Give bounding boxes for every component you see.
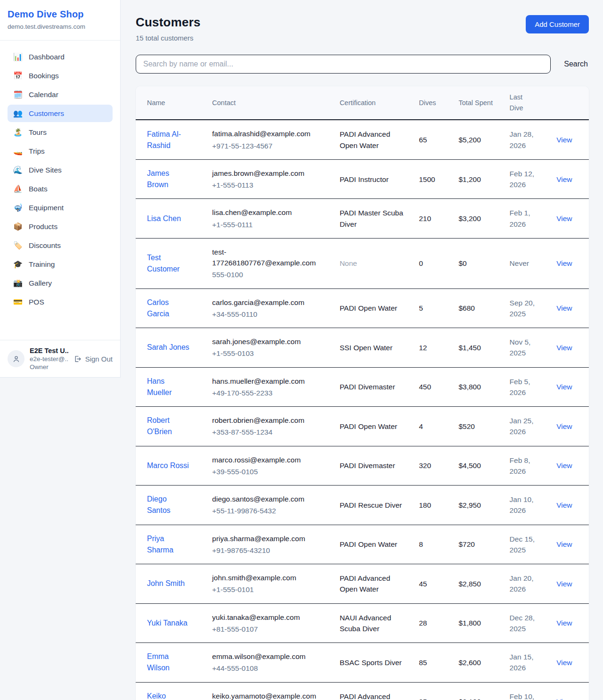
view-link[interactable]: View bbox=[556, 461, 572, 469]
table-row: Lisa Chen lisa.chen@example.com +1-555-0… bbox=[136, 199, 589, 239]
customer-name-link[interactable]: Priya Sharma bbox=[147, 535, 173, 554]
view-link[interactable]: View bbox=[556, 383, 572, 391]
customer-name-link[interactable]: Fatima Al-Rashid bbox=[147, 130, 181, 149]
customer-email: test-1772681807767@example.com bbox=[212, 247, 328, 269]
customers-table: NameContactCertificationDivesTotal Spent… bbox=[136, 86, 589, 700]
sidebar-item-products[interactable]: 📦 Products bbox=[8, 218, 113, 235]
view-link[interactable]: View bbox=[556, 304, 572, 312]
view-link[interactable]: View bbox=[556, 259, 572, 267]
add-customer-button[interactable]: Add Customer bbox=[526, 15, 589, 33]
table-row: Sarah Jones sarah.jones@example.com +1-5… bbox=[136, 328, 589, 368]
sidebar-item-dive-sites[interactable]: 🌊 Dive Sites bbox=[8, 161, 113, 179]
customer-name-link[interactable]: Emma Wilson bbox=[147, 652, 170, 672]
name-cell: Diego Santos bbox=[136, 486, 206, 525]
dives-cell: 320 bbox=[413, 446, 453, 486]
sidebar-item-gallery[interactable]: 📸 Gallery bbox=[8, 274, 113, 292]
sign-out-button[interactable]: Sign Out bbox=[73, 355, 113, 363]
customer-name-link[interactable]: Robert O'Brien bbox=[147, 416, 172, 436]
last-dive-cell: Never bbox=[504, 238, 544, 288]
customer-name-link[interactable]: Hans Mueller bbox=[147, 377, 171, 396]
calendar-icon: 🗓️ bbox=[13, 90, 23, 99]
table-row: Carlos Garcia carlos.garcia@example.com … bbox=[136, 288, 589, 328]
gallery-camera-icon: 📸 bbox=[13, 279, 23, 288]
sidebar-item-label: Dive Sites bbox=[29, 166, 62, 174]
equipment-mask-icon: 🤿 bbox=[13, 203, 23, 212]
customer-name-link[interactable]: Lisa Chen bbox=[147, 214, 181, 222]
sidebar-item-label: Trips bbox=[29, 147, 45, 156]
discounts-tag-icon: 🏷️ bbox=[13, 241, 23, 250]
search-button[interactable]: Search bbox=[563, 58, 589, 70]
dives-cell: 8 bbox=[413, 525, 453, 564]
name-cell: Keiko Yamamoto bbox=[136, 682, 206, 700]
total-spent-cell: $1,450 bbox=[453, 328, 504, 368]
sidebar-nav: 📊 Dashboard 📅 Bookings 🗓️ Calendar 👥 Cus… bbox=[0, 41, 120, 340]
sidebar-item-trips[interactable]: 🚤 Trips bbox=[8, 142, 113, 160]
view-link[interactable]: View bbox=[556, 501, 572, 509]
total-spent-cell: $0 bbox=[453, 238, 504, 288]
certification-cell: PADI Open Water bbox=[334, 288, 413, 328]
certification-cell: PADI Rescue Diver bbox=[334, 486, 413, 525]
customer-phone: +49-170-555-2233 bbox=[212, 387, 328, 398]
column-header-name: Name bbox=[136, 86, 206, 120]
last-dive-cell: Sep 20, 2025 bbox=[504, 288, 544, 328]
view-link[interactable]: View bbox=[556, 619, 572, 627]
tours-island-icon: 🏝️ bbox=[13, 128, 23, 137]
view-link[interactable]: View bbox=[556, 698, 572, 700]
view-cell: View bbox=[544, 367, 589, 407]
sign-out-label: Sign Out bbox=[85, 355, 113, 363]
contact-cell: carlos.garcia@example.com +34-555-0110 bbox=[206, 288, 334, 328]
user-icon bbox=[12, 355, 20, 363]
customer-email: lisa.chen@example.com bbox=[212, 207, 328, 218]
sidebar-item-label: Equipment bbox=[29, 204, 64, 212]
customer-name-link[interactable]: John Smith bbox=[147, 579, 185, 587]
sidebar-item-training[interactable]: 🎓 Training bbox=[8, 255, 113, 273]
sidebar-item-tours[interactable]: 🏝️ Tours bbox=[8, 124, 113, 141]
sidebar-item-pos[interactable]: 💳 POS bbox=[8, 293, 113, 311]
name-cell: Lisa Chen bbox=[136, 199, 206, 239]
page-header: Customers 15 total customers Add Custome… bbox=[136, 15, 589, 42]
dive-sites-wave-icon: 🌊 bbox=[13, 165, 23, 174]
customer-name-link[interactable]: Carlos Garcia bbox=[147, 298, 169, 318]
customer-name-link[interactable]: Diego Santos bbox=[147, 495, 171, 514]
customer-name-link[interactable]: Yuki Tanaka bbox=[147, 619, 187, 627]
customer-name-link[interactable]: Sarah Jones bbox=[147, 343, 189, 351]
customer-phone: +44-555-0108 bbox=[212, 663, 328, 674]
customers-people-icon: 👥 bbox=[13, 109, 23, 118]
sidebar-item-dashboard[interactable]: 📊 Dashboard bbox=[8, 48, 113, 66]
customer-name-link[interactable]: James Brown bbox=[147, 169, 169, 189]
contact-cell: test-1772681807767@example.com 555-0100 bbox=[206, 238, 334, 288]
view-link[interactable]: View bbox=[556, 580, 572, 588]
table-row: Priya Sharma priya.sharma@example.com +9… bbox=[136, 525, 589, 564]
certification-cell: None bbox=[334, 238, 413, 288]
last-dive-cell: Jan 28, 2026 bbox=[504, 120, 544, 159]
customer-name-link[interactable]: Keiko Yamamoto bbox=[147, 692, 183, 700]
view-link[interactable]: View bbox=[556, 136, 572, 144]
sidebar-item-customers[interactable]: 👥 Customers bbox=[8, 105, 113, 122]
bookings-calendar-icon: 📅 bbox=[13, 71, 23, 80]
sidebar-item-discounts[interactable]: 🏷️ Discounts bbox=[8, 237, 113, 254]
customer-phone: +1-555-0103 bbox=[212, 348, 328, 359]
user-role: Owner bbox=[30, 363, 68, 371]
total-spent-cell: $680 bbox=[453, 288, 504, 328]
view-link[interactable]: View bbox=[556, 214, 572, 222]
sidebar-item-boats[interactable]: ⛵ Boats bbox=[8, 180, 113, 198]
customer-email: hans.mueller@example.com bbox=[212, 376, 328, 387]
sidebar-item-equipment[interactable]: 🤿 Equipment bbox=[8, 199, 113, 216]
search-input[interactable] bbox=[136, 55, 551, 74]
certification-cell: BSAC Sports Diver bbox=[334, 643, 413, 683]
customer-name-link[interactable]: Test Customer bbox=[147, 254, 179, 273]
sidebar-item-calendar[interactable]: 🗓️ Calendar bbox=[8, 86, 113, 103]
user-email: e2e-tester@... bbox=[30, 355, 68, 362]
total-spent-cell: $2,600 bbox=[453, 643, 504, 683]
contact-cell: keiko.yamamoto@example.com +81-90-1234-5… bbox=[206, 682, 334, 700]
view-link[interactable]: View bbox=[556, 344, 572, 352]
total-spent-cell: $1,800 bbox=[453, 603, 504, 643]
view-link[interactable]: View bbox=[556, 422, 572, 430]
view-link[interactable]: View bbox=[556, 540, 572, 548]
view-link[interactable]: View bbox=[556, 659, 572, 667]
total-spent-cell: $4,500 bbox=[453, 446, 504, 486]
customer-name-link[interactable]: Marco Rossi bbox=[147, 461, 189, 469]
sidebar-item-bookings[interactable]: 📅 Bookings bbox=[8, 67, 113, 84]
name-cell: Carlos Garcia bbox=[136, 288, 206, 328]
view-link[interactable]: View bbox=[556, 175, 572, 183]
